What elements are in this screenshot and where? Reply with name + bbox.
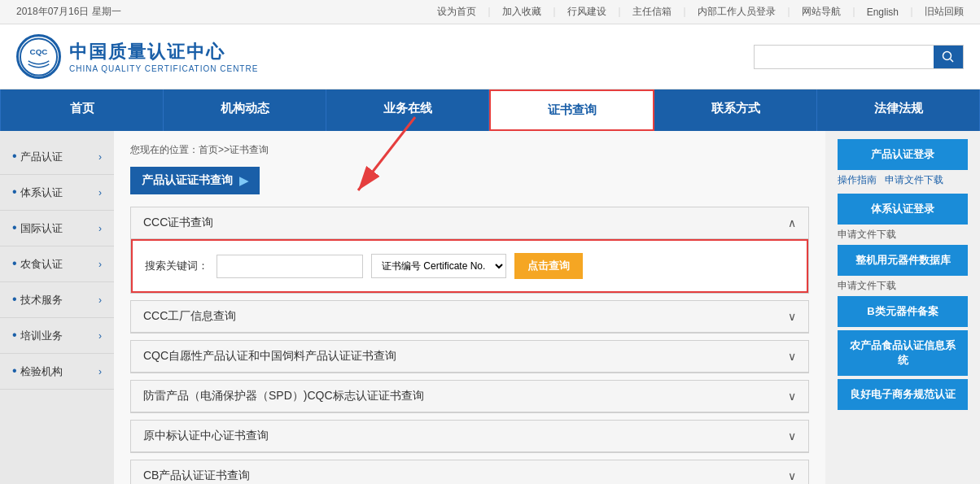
header: CQC 中国质量认证中心 CHINA QUALITY CERTIFICATION… bbox=[0, 24, 980, 89]
link-director[interactable]: 主任信箱 bbox=[632, 5, 672, 19]
panel-header-spd[interactable]: 防雷产品（电涌保护器（SPD）)CQC标志认证证书查询 ∨ bbox=[131, 381, 808, 412]
panel-cb-query: CB产品认证证书查询 ∨ bbox=[130, 460, 809, 484]
header-search-input[interactable] bbox=[755, 46, 934, 67]
link-homepage[interactable]: 设为首页 bbox=[437, 5, 476, 19]
panel-body-ccc: 搜索关键词： 证书编号 Certificate No. 申请人名称 产品名称 点… bbox=[131, 239, 808, 293]
panel-title-factory: CCC工厂信息查询 bbox=[143, 309, 236, 324]
sidebar-item-agri-cert[interactable]: •农食认证 › bbox=[0, 246, 114, 282]
panel-header-factory[interactable]: CCC工厂信息查询 ∨ bbox=[131, 301, 808, 333]
nav-item-news[interactable]: 机构动态 bbox=[164, 89, 326, 131]
component-db-button[interactable]: 整机用元器件数据库 bbox=[838, 245, 968, 276]
sidebar-item-tech-service[interactable]: •技术服务 › bbox=[0, 282, 114, 318]
link-operation-guide[interactable]: 操作指南 bbox=[838, 173, 877, 187]
header-search-button[interactable] bbox=[934, 46, 963, 68]
sidebar-arrow-icon: › bbox=[98, 294, 102, 306]
ccc-search-submit-button[interactable]: 点击查询 bbox=[514, 253, 583, 279]
link-old-site[interactable]: 旧站回顾 bbox=[925, 5, 964, 19]
apply-download-label-3: 申请文件下载 bbox=[838, 279, 968, 293]
nav-item-legal[interactable]: 法律法规 bbox=[817, 89, 980, 131]
link-bookmark[interactable]: 加入收藏 bbox=[502, 5, 541, 19]
dot-icon: • bbox=[12, 220, 17, 234]
sidebar-item-training[interactable]: •培训业务 › bbox=[0, 318, 114, 354]
panel-title-spd: 防雷产品（电涌保护器（SPD）)CQC标志认证证书查询 bbox=[143, 389, 424, 403]
product-cert-login-button[interactable]: 产品认证登录 bbox=[838, 139, 968, 170]
logo-text: 中国质量认证中心 CHINA QUALITY CERTIFICATION CEN… bbox=[69, 40, 258, 73]
search-keyword-label: 搜索关键词： bbox=[145, 259, 208, 273]
panel-chevron-icon: ∨ bbox=[788, 310, 796, 323]
link-conduct[interactable]: 行风建设 bbox=[567, 5, 606, 19]
nav-item-cert-query[interactable]: 证书查询 bbox=[489, 89, 654, 131]
nav-item-business[interactable]: 业务在线 bbox=[326, 89, 489, 131]
panel-title-cqc-voluntary: CQC自愿性产品认证和中国饲料产品认证证书查询 bbox=[143, 349, 396, 364]
sidebar-arrow-icon: › bbox=[98, 187, 102, 198]
dot-icon: • bbox=[12, 185, 17, 198]
content-area: 您现在的位置：首页>>证书查询 产品认证证书查询 ▶ CCC证书查询 ∧ bbox=[114, 131, 825, 484]
panel-chevron-icon: ∨ bbox=[788, 469, 796, 482]
arrow-annotation-container: CCC证书查询 ∧ 搜索关键词： 证书编号 Certificate No. 申请… bbox=[130, 207, 809, 294]
sidebar-item-product-cert[interactable]: •产品认证 › bbox=[0, 139, 114, 175]
page-title: 产品认证证书查询 bbox=[142, 173, 233, 188]
nav: 首页 机构动态 业务在线 证书查询 联系方式 法律法规 bbox=[0, 89, 980, 131]
panel-title-cb: CB产品认证证书查询 bbox=[143, 469, 250, 483]
ccc-search-input[interactable] bbox=[217, 255, 363, 278]
sidebar-item-system-cert[interactable]: •体系认证 › bbox=[0, 175, 114, 211]
apply-download-label-2: 申请文件下载 bbox=[838, 228, 968, 242]
panel-chevron-icon: ∨ bbox=[788, 429, 796, 443]
panel-title-ccc: CCC证书查询 bbox=[143, 216, 213, 230]
dot-icon: • bbox=[12, 149, 17, 163]
panel-original-cert: 原中标认证中心证书查询 ∨ bbox=[130, 420, 809, 453]
panel-chevron-icon: ∧ bbox=[788, 216, 796, 229]
link-apply-download-1[interactable]: 申请文件下载 bbox=[885, 173, 943, 187]
link-staff-login[interactable]: 内部工作人员登录 bbox=[698, 5, 776, 19]
sidebar-arrow-icon: › bbox=[98, 366, 102, 377]
b-class-component-button[interactable]: B类元器件备案 bbox=[838, 296, 968, 327]
sidebar-item-intl-cert[interactable]: •国际认证 › bbox=[0, 211, 114, 246]
sidebar-arrow-icon: › bbox=[98, 330, 102, 342]
dot-icon: • bbox=[12, 256, 17, 270]
ccc-search-type-select[interactable]: 证书编号 Certificate No. 申请人名称 产品名称 bbox=[371, 254, 506, 278]
dot-icon: • bbox=[12, 328, 17, 342]
sidebar-arrow-icon: › bbox=[98, 151, 102, 163]
logo-icon: CQC bbox=[16, 34, 61, 79]
svg-point-0 bbox=[20, 38, 57, 75]
right-sidebar: 产品认证登录 操作指南 申请文件下载 体系认证登录 申请文件下载 整机用元器件数… bbox=[825, 131, 980, 484]
panel-chevron-icon: ∨ bbox=[788, 390, 796, 403]
panel-title-original: 原中标认证中心证书查询 bbox=[143, 429, 269, 443]
dot-icon: • bbox=[12, 364, 17, 377]
panel-factory-query: CCC工厂信息查询 ∨ bbox=[130, 300, 809, 334]
sidebar-arrow-icon: › bbox=[98, 223, 102, 234]
panel-ccc-query: CCC证书查询 ∧ 搜索关键词： 证书编号 Certificate No. 申请… bbox=[130, 207, 809, 294]
dot-icon: • bbox=[12, 292, 17, 306]
nav-item-contact[interactable]: 联系方式 bbox=[654, 89, 817, 131]
panel-cqc-voluntary: CQC自愿性产品认证和中国饲料产品认证证书查询 ∨ bbox=[130, 340, 809, 373]
product-cert-links: 操作指南 申请文件下载 bbox=[838, 173, 968, 187]
header-search-area bbox=[754, 45, 964, 69]
main-layout: •产品认证 › •体系认证 › •国际认证 › •农食认证 › •技术服务 › … bbox=[0, 131, 980, 484]
svg-line-3 bbox=[951, 59, 954, 62]
system-cert-login-button[interactable]: 体系认证登录 bbox=[838, 194, 968, 225]
breadcrumb: 您现在的位置：首页>>证书查询 bbox=[130, 143, 809, 157]
ccc-search-form: 搜索关键词： 证书编号 Certificate No. 申请人名称 产品名称 点… bbox=[145, 253, 794, 279]
panel-header-original[interactable]: 原中标认证中心证书查询 ∨ bbox=[131, 421, 808, 452]
ecommerce-cert-button[interactable]: 良好电子商务规范认证 bbox=[838, 379, 968, 410]
sidebar-item-inspection[interactable]: •检验机构 › bbox=[0, 354, 114, 390]
top-bar: 2018年07月16日 星期一 设为首页 ｜ 加入收藏 ｜ 行风建设 ｜ 主任信… bbox=[0, 0, 980, 24]
logo-cn: 中国质量认证中心 bbox=[69, 40, 258, 64]
logo-en: CHINA QUALITY CERTIFICATION CENTRE bbox=[69, 64, 258, 73]
link-nav[interactable]: 网站导航 bbox=[802, 5, 841, 19]
left-sidebar: •产品认证 › •体系认证 › •国际认证 › •农食认证 › •技术服务 › … bbox=[0, 131, 114, 484]
title-arrow-icon: ▶ bbox=[239, 174, 248, 187]
nav-item-home[interactable]: 首页 bbox=[0, 89, 164, 131]
panel-chevron-icon: ∨ bbox=[788, 350, 796, 363]
panel-header-ccc[interactable]: CCC证书查询 ∧ bbox=[131, 207, 808, 239]
page-title-bar: 产品认证证书查询 ▶ bbox=[130, 167, 260, 194]
top-links: 设为首页 ｜ 加入收藏 ｜ 行风建设 ｜ 主任信箱 ｜ 内部工作人员登录 ｜ 网… bbox=[437, 5, 964, 19]
date-label: 2018年07月16日 星期一 bbox=[16, 5, 121, 19]
panel-spd-query: 防雷产品（电涌保护器（SPD）)CQC标志认证证书查询 ∨ bbox=[130, 380, 809, 413]
link-english[interactable]: English bbox=[867, 7, 899, 18]
panel-header-cb[interactable]: CB产品认证证书查询 ∨ bbox=[131, 460, 808, 484]
svg-point-2 bbox=[943, 51, 952, 59]
panel-header-cqc-voluntary[interactable]: CQC自愿性产品认证和中国饲料产品认证证书查询 ∨ bbox=[131, 341, 808, 373]
agri-food-cert-button[interactable]: 农产品食品认证信息系统 bbox=[838, 330, 968, 376]
logo-area: CQC 中国质量认证中心 CHINA QUALITY CERTIFICATION… bbox=[16, 34, 258, 79]
